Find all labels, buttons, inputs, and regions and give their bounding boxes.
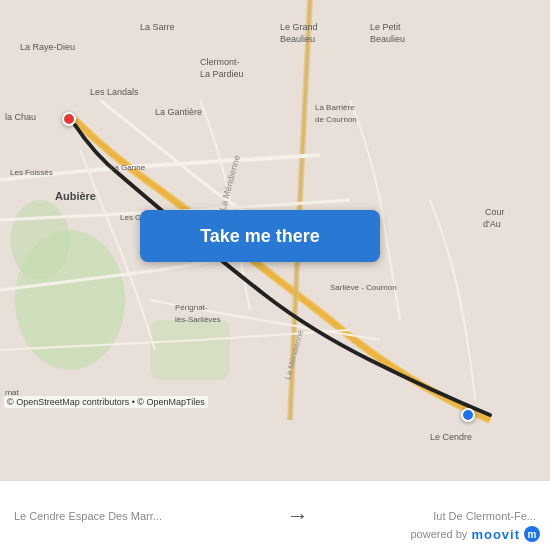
footer-arrow-icon: → (287, 503, 309, 529)
svg-text:La Raye-Dieu: La Raye-Dieu (20, 42, 75, 52)
footer-destination: Iut De Clermont-Fe... (433, 510, 536, 522)
svg-rect-3 (150, 320, 230, 380)
svg-text:Les Landals: Les Landals (90, 87, 139, 97)
svg-text:La Gantière: La Gantière (155, 107, 202, 117)
svg-text:Beaulieu: Beaulieu (370, 34, 405, 44)
svg-text:Aubière: Aubière (55, 190, 96, 202)
map-container: La Raye-Dieu La Sarre Le Petit Beaulieu … (0, 0, 550, 480)
footer-origin-label: Le Cendre Espace Des Marr... (14, 510, 162, 522)
svg-text:Les Foissès: Les Foissès (10, 168, 53, 177)
svg-text:lès-Sarlièves: lès-Sarlièves (175, 315, 221, 324)
svg-text:de Cournon: de Cournon (315, 115, 357, 124)
svg-text:Pérignat-: Pérignat- (175, 303, 208, 312)
svg-text:Sarliève - Cournon: Sarliève - Cournon (330, 283, 397, 292)
moovit-icon: m (524, 526, 540, 542)
svg-text:La Sarre: La Sarre (140, 22, 175, 32)
destination-marker (461, 408, 475, 422)
svg-text:Le Grand: Le Grand (280, 22, 318, 32)
svg-point-2 (10, 200, 70, 280)
svg-text:Le Cendre: Le Cendre (430, 432, 472, 442)
moovit-tagline: powered by (411, 528, 468, 540)
footer: Le Cendre Espace Des Marr... → Iut De Cl… (0, 480, 550, 550)
svg-text:Clermont-: Clermont- (200, 57, 240, 67)
svg-text:la Chau: la Chau (5, 112, 36, 122)
svg-text:Le Petit: Le Petit (370, 22, 401, 32)
svg-text:La Barrière: La Barrière (315, 103, 355, 112)
svg-text:La Ganne: La Ganne (110, 163, 146, 172)
svg-text:Cour: Cour (485, 207, 505, 217)
moovit-logo: moovit (471, 527, 520, 542)
footer-destination-label: Iut De Clermont-Fe... (433, 510, 536, 522)
svg-text:Beaulieu: Beaulieu (280, 34, 315, 44)
origin-marker (62, 112, 76, 126)
map-attribution: © OpenStreetMap contributors • © OpenMap… (4, 396, 208, 408)
svg-text:d'Au: d'Au (483, 219, 501, 229)
svg-text:La Pardieu: La Pardieu (200, 69, 244, 79)
footer-origin: Le Cendre Espace Des Marr... (14, 510, 162, 522)
take-me-there-button[interactable]: Take me there (140, 210, 380, 262)
